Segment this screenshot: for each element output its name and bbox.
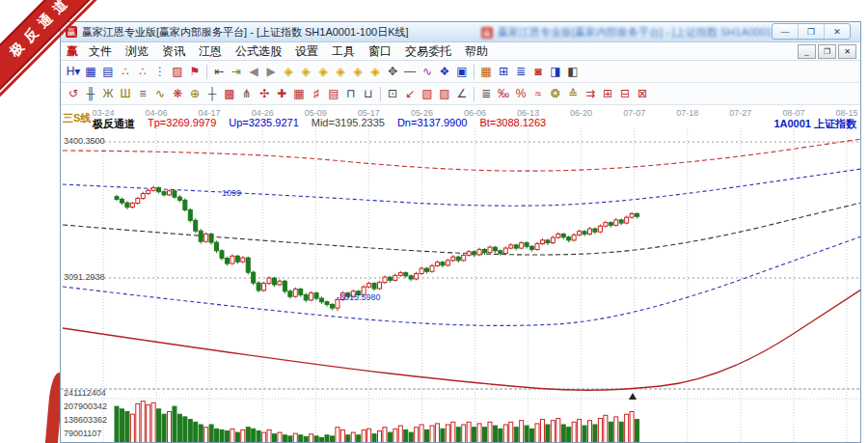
indicator-name[interactable]: 三S线 bbox=[63, 111, 91, 125]
menu-设置[interactable]: 设置 bbox=[288, 43, 325, 60]
step-forward-icon[interactable]: ▶ bbox=[262, 63, 280, 80]
candlestick-chart-canvas[interactable] bbox=[61, 105, 860, 442]
shade-grid-icon[interactable]: ▩ bbox=[221, 85, 238, 102]
line-tool-icon[interactable]: ― bbox=[401, 63, 419, 80]
reset-tool-icon[interactable]: ↺ bbox=[65, 85, 82, 102]
arrows-icon[interactable]: ⇉ bbox=[582, 85, 599, 102]
panel-layout-icon[interactable]: ❖ bbox=[436, 63, 453, 80]
volume-bar bbox=[173, 406, 176, 442]
diamond-right-icon[interactable]: ◈ bbox=[297, 63, 314, 80]
fan-tool-icon[interactable]: ❋ bbox=[169, 85, 186, 102]
angle-tool-icon[interactable]: ∠ bbox=[453, 85, 471, 102]
sharp-grid-icon[interactable]: ♯ bbox=[308, 85, 325, 102]
scatter-tool-icon-1[interactable]: ∴ bbox=[117, 63, 134, 80]
diamond-down-icon[interactable]: ◈ bbox=[332, 63, 349, 80]
diamond-compress-icon[interactable]: ◈ bbox=[366, 63, 384, 80]
trend-down-icon[interactable]: ↙ bbox=[401, 85, 419, 102]
bottom-bracket-icon[interactable]: ⊔ bbox=[360, 85, 377, 102]
menu-公式选股[interactable]: 公式选股 bbox=[229, 43, 288, 60]
menu-交易委托[interactable]: 交易委托 bbox=[398, 43, 458, 60]
pattern-grid-icon[interactable]: ▨ bbox=[169, 63, 186, 80]
minimize-button[interactable]: — bbox=[773, 24, 798, 39]
permille-icon[interactable]: ‰ bbox=[495, 85, 512, 102]
calendar-icon[interactable]: ▦ bbox=[477, 63, 495, 80]
candle-body bbox=[267, 278, 271, 283]
chart-area[interactable]: 三S线 极反通道 Tp=3269.9979Up=3235.9271Mid=319… bbox=[61, 105, 860, 442]
menu-窗口[interactable]: 窗口 bbox=[362, 43, 398, 60]
menu-浏览[interactable]: 浏览 bbox=[119, 43, 155, 60]
percent-icon[interactable]: % bbox=[512, 85, 529, 102]
star-mark-icon[interactable]: ✣ bbox=[256, 85, 273, 102]
diamond-up-icon[interactable]: ◈ bbox=[314, 63, 332, 80]
rows-icon[interactable]: ▤ bbox=[325, 85, 342, 102]
wave-tool-icon[interactable]: ∿ bbox=[151, 85, 169, 102]
sun-tool-icon[interactable]: ❂ bbox=[547, 85, 564, 102]
estimate-icon[interactable]: ≙ bbox=[564, 85, 582, 102]
step-back-icon[interactable]: ◀ bbox=[245, 63, 262, 80]
window-layout-icon[interactable]: ▣ bbox=[453, 63, 471, 80]
mdi-close-button[interactable]: ✕ bbox=[838, 44, 856, 59]
candle-body bbox=[367, 284, 371, 288]
report-list-icon[interactable]: ≣ bbox=[512, 63, 529, 80]
grid-minus-icon[interactable]: ⊟ bbox=[616, 85, 634, 102]
menu-工具[interactable]: 工具 bbox=[325, 43, 362, 60]
dots-icon[interactable]: ⋮ bbox=[151, 63, 169, 80]
pan-hand-icon[interactable]: ✥ bbox=[384, 63, 401, 80]
candle-body bbox=[393, 275, 397, 280]
list-tool-icon[interactable]: ≣ bbox=[477, 85, 495, 102]
gann-box-icon[interactable]: Ш bbox=[117, 85, 134, 102]
grid-x-icon[interactable]: ⊠ bbox=[634, 85, 651, 102]
cross-tool-icon[interactable]: ┼ bbox=[203, 85, 221, 102]
diamond-expand-icon[interactable]: ◈ bbox=[349, 63, 366, 80]
candle-body bbox=[162, 192, 166, 195]
symbol-label[interactable]: 1A0001 上证指数 bbox=[773, 117, 856, 131]
volume-bar bbox=[567, 428, 571, 442]
approx-icon[interactable]: ≈ bbox=[529, 85, 547, 102]
import-icon[interactable]: ◧ bbox=[564, 63, 582, 80]
close-button[interactable]: ✕ bbox=[824, 24, 850, 39]
volume-bar bbox=[609, 422, 612, 442]
channel-line-mid-rail bbox=[63, 203, 860, 255]
export-icon[interactable]: ◨ bbox=[547, 63, 564, 80]
matrix-icon[interactable]: ▦ bbox=[290, 85, 308, 102]
calculator-icon[interactable]: ⊞ bbox=[495, 63, 512, 80]
candle-body bbox=[477, 249, 481, 254]
mdi-restore-button[interactable]: ❐ bbox=[818, 44, 836, 59]
mdi-minimize-button[interactable]: _ bbox=[798, 44, 816, 59]
candle-body bbox=[136, 199, 140, 204]
levels-icon[interactable]: ≡ bbox=[134, 85, 151, 102]
circle-tool-icon[interactable]: ⊕ bbox=[186, 85, 203, 102]
jump-first-icon[interactable]: ⇤ bbox=[210, 63, 228, 80]
diag-shade-icon-2[interactable]: ▨ bbox=[436, 85, 453, 102]
diamond-left-icon[interactable]: ◈ bbox=[280, 63, 297, 80]
diag-shade-icon-1[interactable]: ▧ bbox=[419, 85, 436, 102]
save-icon[interactable]: ◙ bbox=[529, 63, 547, 80]
restore-button[interactable]: ❐ bbox=[798, 24, 824, 39]
fork-tool-icon[interactable]: ⋔ bbox=[238, 85, 256, 102]
grid-plus-icon[interactable]: ⊞ bbox=[599, 85, 616, 102]
info-panel-icon[interactable]: ▤ bbox=[99, 63, 117, 80]
box-dot-icon[interactable]: ⊡ bbox=[384, 85, 401, 102]
quote-table-icon[interactable]: ▦ bbox=[82, 63, 99, 80]
grid-cross-icon[interactable]: ╫ bbox=[82, 85, 99, 102]
titlebar[interactable]: 赢 赢家江恩专业版[赢家内部服务平台] - [上证指数 SH1A0001-100… bbox=[61, 22, 860, 42]
candle-body bbox=[299, 290, 303, 295]
jump-last-icon[interactable]: ⇥ bbox=[228, 63, 245, 80]
candle-body bbox=[614, 220, 618, 225]
menu-帮助[interactable]: 帮助 bbox=[458, 43, 495, 60]
volume-bar bbox=[614, 417, 618, 442]
scatter-tool-icon-2[interactable]: ∴ bbox=[134, 63, 151, 80]
period-dropdown[interactable]: H▾ bbox=[65, 63, 82, 80]
curve-tool-icon[interactable]: ∿ bbox=[419, 63, 436, 80]
candle-body bbox=[509, 245, 513, 248]
top-bracket-icon[interactable]: ⊓ bbox=[342, 85, 360, 102]
menu-资讯[interactable]: 资讯 bbox=[155, 43, 192, 60]
gann-star-icon[interactable]: Ж bbox=[99, 85, 117, 102]
plus-mark-icon[interactable]: ✚ bbox=[273, 85, 290, 102]
indicator-value: Bt=3088.1263 bbox=[479, 117, 546, 131]
mdi-window-controls: _ ❐ ✕ bbox=[798, 44, 856, 59]
menu-文件[interactable]: 文件 bbox=[82, 43, 119, 60]
candle-body bbox=[619, 220, 623, 223]
menu-江恩[interactable]: 江恩 bbox=[192, 43, 229, 60]
flag-mark-icon[interactable]: ⚑ bbox=[186, 63, 203, 80]
